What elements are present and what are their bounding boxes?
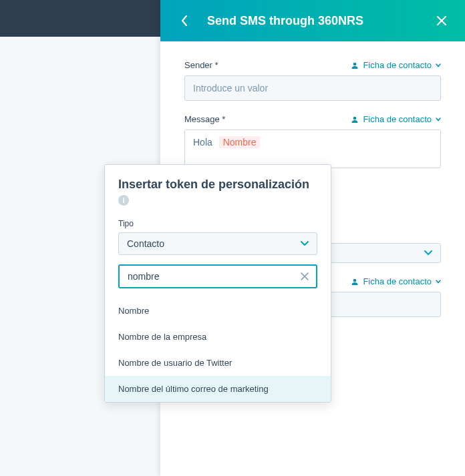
- message-text: Hola: [193, 137, 212, 148]
- popup-type-select[interactable]: Contacto: [118, 232, 317, 255]
- person-icon: [351, 61, 359, 69]
- sender-label: Sender *: [184, 60, 218, 70]
- clear-search-button[interactable]: [300, 272, 309, 281]
- popup-search-input[interactable]: [128, 271, 292, 282]
- extra-token-link-label: Ficha de contacto: [363, 276, 432, 286]
- message-token-link-label: Ficha de contacto: [363, 114, 432, 124]
- token-popup: Insertar token de personalización i Tipo…: [104, 164, 331, 403]
- popup-results: NombreNombre de la empresaNombre de usua…: [105, 298, 331, 402]
- extra-token-link[interactable]: Ficha de contacto: [351, 276, 441, 286]
- message-label: Message *: [184, 114, 225, 124]
- app-dark-header-left: [0, 0, 160, 37]
- sender-input[interactable]: [184, 75, 441, 101]
- panel-title: Send SMS through 360NRS: [207, 14, 436, 28]
- caret-down-icon: [301, 241, 309, 246]
- popup-type-label: Tipo: [118, 219, 317, 228]
- popup-result-item[interactable]: Nombre de usuario de Twitter: [105, 350, 331, 376]
- caret-down-icon: [436, 63, 441, 67]
- message-token-chip[interactable]: Nombre: [219, 136, 261, 148]
- svg-point-2: [353, 278, 357, 282]
- message-field: Message * Ficha de contacto Hola Nombre: [184, 114, 441, 168]
- info-icon[interactable]: i: [118, 195, 129, 206]
- person-icon: [351, 115, 359, 124]
- close-icon: [300, 272, 309, 281]
- caret-down-icon: [436, 280, 441, 284]
- sender-field: Sender * Ficha de contacto: [184, 60, 441, 101]
- caret-down-icon: [436, 117, 441, 122]
- chevron-left-icon: [181, 15, 188, 26]
- person-icon: [351, 278, 359, 286]
- svg-point-1: [353, 116, 357, 120]
- popup-title: Insertar token de personalización: [118, 177, 317, 192]
- popup-search[interactable]: [118, 264, 317, 288]
- close-icon: [436, 15, 447, 26]
- popup-type-value: Contacto: [127, 238, 164, 249]
- popup-result-item[interactable]: Nombre del último correo de marketing: [105, 376, 331, 402]
- close-button[interactable]: [436, 15, 448, 27]
- message-token-link[interactable]: Ficha de contacto: [351, 114, 441, 124]
- panel-header: Send SMS through 360NRS: [160, 0, 465, 41]
- message-input[interactable]: Hola Nombre: [184, 130, 441, 168]
- caret-down-icon: [424, 250, 432, 256]
- svg-point-0: [353, 62, 357, 65]
- sender-token-link-label: Ficha de contacto: [363, 60, 432, 70]
- sender-token-link[interactable]: Ficha de contacto: [351, 60, 441, 70]
- popup-result-item[interactable]: Nombre de la empresa: [105, 324, 331, 350]
- popup-result-item[interactable]: Nombre: [105, 298, 331, 324]
- back-button[interactable]: [178, 14, 191, 27]
